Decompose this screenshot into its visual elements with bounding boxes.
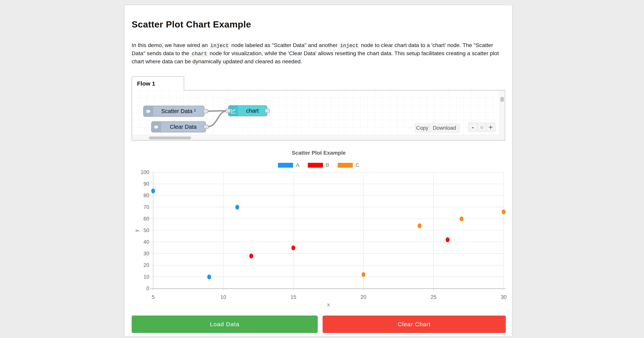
data-point-A	[207, 275, 211, 279]
data-point-C	[460, 216, 464, 221]
x-tick-label: 20	[355, 294, 372, 300]
x-axis-line	[150, 288, 506, 289]
legend-swatch	[278, 163, 293, 168]
x-gridline	[293, 172, 294, 291]
horizontal-scrollbar-thumb[interactable]	[149, 137, 191, 139]
x-tick-label: 5	[144, 294, 162, 300]
legend-item-C[interactable]: C	[338, 162, 360, 168]
output-port[interactable]	[265, 109, 270, 113]
x-gridline	[223, 172, 224, 291]
x-axis-title: x	[153, 302, 504, 308]
legend-label: A	[296, 162, 299, 168]
inline-code: inject	[209, 43, 230, 49]
clear-chart-button[interactable]: Clear Chart	[322, 316, 506, 333]
inline-code: inject	[339, 43, 360, 49]
y-tick-label: 0	[132, 286, 149, 292]
y-tick-label: 10	[132, 274, 149, 280]
y-gridline	[150, 184, 504, 184]
flow-tab-label: Flow 1	[137, 80, 155, 87]
legend-label: B	[326, 162, 329, 168]
y-gridline	[150, 172, 504, 172]
data-point-B	[291, 245, 295, 250]
y-gridline	[150, 207, 504, 207]
legend-item-A[interactable]: A	[278, 162, 299, 168]
data-point-C	[502, 209, 506, 214]
page-title: Scatter Plot Chart Example	[132, 19, 251, 30]
y-axis-title: y	[134, 229, 140, 232]
chart-title: Scatter Plot Example	[132, 150, 506, 156]
x-gridline	[433, 172, 434, 291]
y-tick-label: 60	[132, 216, 149, 222]
data-point-C	[362, 272, 366, 277]
x-tick-label: 30	[495, 294, 512, 300]
flow-viewer: Scatter Data ¹ Clear Data	[132, 90, 505, 141]
legend-swatch	[338, 163, 353, 168]
data-point-B	[249, 254, 253, 258]
wire	[207, 111, 228, 127]
vertical-scrollbar-thumb[interactable]	[500, 97, 504, 102]
y-gridline	[150, 277, 504, 277]
y-tick-label: 70	[132, 204, 149, 210]
y-gridline	[150, 242, 504, 242]
y-gridline	[150, 230, 504, 231]
content-card: Scatter Plot Chart Example In this demo,…	[124, 5, 512, 337]
load-data-button[interactable]: Load Data	[132, 316, 318, 333]
x-gridline	[504, 172, 504, 291]
y-gridline	[150, 195, 504, 196]
y-gridline	[150, 265, 504, 265]
data-point-C	[418, 223, 422, 228]
y-tick-label: 30	[132, 251, 149, 257]
horizontal-scrollbar	[132, 135, 500, 140]
legend-swatch	[308, 163, 323, 168]
legend-label: C	[356, 162, 360, 168]
vertical-scrollbar	[500, 90, 505, 140]
chart-legend: ABC	[132, 162, 506, 168]
y-gridline	[150, 253, 504, 254]
output-port[interactable]	[204, 125, 208, 129]
y-tick-label: 20	[132, 262, 149, 268]
y-tick-label: 90	[132, 181, 149, 187]
description-text: node labeled as "Scatter Data" and anoth…	[230, 42, 339, 48]
output-port[interactable]	[203, 109, 208, 113]
flow-tab[interactable]: Flow 1	[132, 76, 184, 90]
scatter-plot-area: 510152025300102030405060708090100	[153, 172, 504, 288]
x-tick-label: 10	[214, 294, 232, 300]
data-point-B	[446, 237, 450, 242]
description-text: In this demo, we have wired an	[132, 42, 209, 48]
y-tick-label: 80	[132, 193, 149, 199]
data-point-A	[235, 205, 239, 210]
legend-item-B[interactable]: B	[308, 162, 329, 168]
x-tick-label: 25	[425, 294, 442, 300]
data-point-A	[151, 188, 155, 193]
y-gridline	[150, 219, 504, 219]
description-paragraph: In this demo, we have wired an inject no…	[132, 41, 506, 65]
inline-code: chart	[191, 51, 208, 57]
y-tick-label: 40	[132, 239, 149, 245]
x-tick-label: 15	[284, 294, 302, 300]
input-port[interactable]	[226, 109, 231, 113]
flow-wires	[132, 90, 500, 135]
flow-canvas[interactable]: Scatter Data ¹ Clear Data	[132, 90, 500, 135]
y-tick-label: 100	[132, 169, 149, 175]
